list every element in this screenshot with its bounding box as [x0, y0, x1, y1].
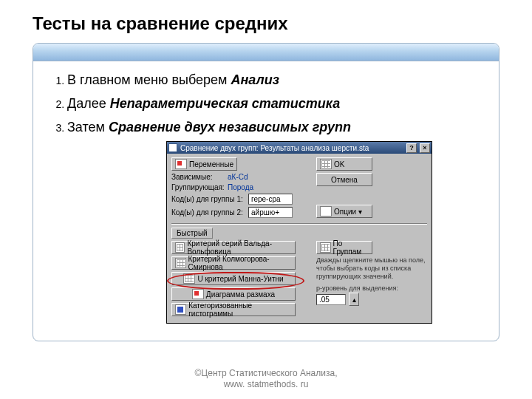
options-button[interactable]: Опции ▾: [316, 205, 372, 218]
boxplot-button[interactable]: Диаграмма размаха: [171, 287, 296, 301]
close-button[interactable]: ×: [420, 143, 430, 153]
p-level-input[interactable]: [316, 294, 346, 305]
ok-button[interactable]: OK: [316, 157, 372, 171]
app-icon: [168, 143, 177, 152]
hint-text-1: Дважды щелкните мышью на поле, чтобы выб…: [316, 256, 427, 280]
dialog-titlebar[interactable]: Сравнение двух групп: Результаты анализа…: [167, 142, 432, 154]
chevron-down-icon: ▾: [358, 208, 362, 216]
cat-hist-button[interactable]: Категоризованные гистограммы: [171, 303, 296, 316]
grid-icon: [175, 242, 185, 253]
dialog-title-text: Сравнение двух групп: Результаты анализа…: [180, 144, 369, 152]
test-wald-button[interactable]: Критерий серий Вальда-Вольфовица: [171, 241, 296, 254]
variables-icon: [175, 159, 187, 169]
grid-icon: [175, 258, 186, 268]
boxplot-icon: [192, 289, 204, 299]
step-2: Далее Непараметрическая статистика: [67, 94, 485, 115]
grouping-value: Порода: [228, 183, 253, 191]
dependent-value: аК-Cd: [228, 173, 248, 181]
code1-label: Код(ы) для группы 1:: [171, 195, 245, 203]
by-groups-button[interactable]: По Группам: [316, 241, 372, 254]
options-icon: [320, 206, 332, 216]
grid-icon: [320, 159, 332, 169]
footer: ©Центр Статистического Анализа, www. sta…: [0, 368, 532, 390]
test-ks-button[interactable]: Критерий Колмогорова-Смирнова: [171, 256, 296, 270]
steps-list: В главном меню выберем Анализ Далее Непа…: [47, 70, 485, 138]
help-button[interactable]: ?: [406, 143, 417, 153]
step-1: В главном меню выберем Анализ: [67, 70, 485, 91]
step-3: Затем Сравнение двух независимых групп: [67, 117, 485, 138]
code2-label: Код(ы) для группы 2:: [171, 208, 245, 216]
hint-text-2-label: p-уровень для выделения:: [316, 284, 427, 293]
compare-groups-dialog: Сравнение двух групп: Результаты анализа…: [166, 141, 432, 324]
grid-icon: [183, 273, 195, 284]
grouping-label: Группирующая:: [171, 183, 225, 191]
panel-gloss-header: [33, 44, 499, 61]
content-panel: В главном меню выберем Анализ Далее Непа…: [33, 43, 499, 341]
p-level-stepper[interactable]: ▴: [349, 293, 359, 306]
cancel-button[interactable]: Отмена: [316, 173, 372, 186]
quick-tab[interactable]: Быстрый: [171, 228, 213, 239]
code1-input[interactable]: [248, 194, 293, 205]
variables-button[interactable]: Переменные: [171, 157, 237, 171]
page-title: Тесты на сравнение средних: [33, 13, 499, 34]
grid-icon: [320, 242, 331, 253]
dependent-label: Зависимые:: [171, 173, 225, 181]
test-mannwhitney-button[interactable]: U критерий Манна-Уитни: [171, 272, 296, 285]
histogram-icon: [175, 304, 186, 315]
code2-input[interactable]: [248, 207, 293, 218]
